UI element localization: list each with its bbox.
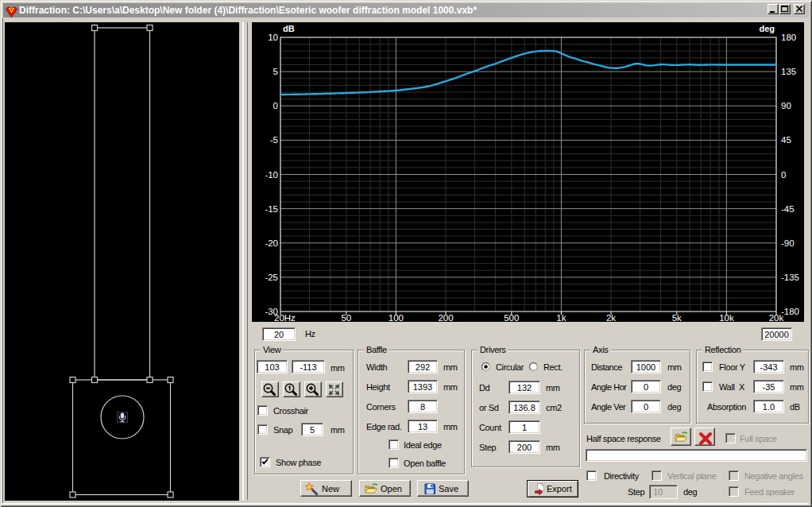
svg-text:45: 45: [781, 135, 791, 145]
svg-text:20Hz: 20Hz: [274, 313, 296, 322]
svg-text:20k: 20k: [769, 313, 784, 322]
svg-text:200: 200: [438, 313, 453, 322]
svg-text:90: 90: [781, 101, 791, 110]
svg-text:-10: -10: [265, 170, 278, 180]
svg-text:deg: deg: [759, 24, 775, 33]
svg-text:-5: -5: [270, 135, 278, 145]
svg-text:-25: -25: [265, 273, 278, 282]
svg-text:-90: -90: [781, 238, 795, 248]
svg-text:0: 0: [273, 101, 278, 110]
svg-text:-20: -20: [265, 238, 278, 248]
svg-text:500: 500: [504, 313, 519, 322]
svg-text:-15: -15: [265, 204, 278, 214]
svg-text:2k: 2k: [606, 313, 616, 322]
svg-text:10k: 10k: [719, 313, 734, 322]
svg-text:180: 180: [781, 33, 796, 42]
svg-text:5: 5: [273, 67, 278, 76]
svg-text:5k: 5k: [672, 313, 682, 322]
svg-text:135: 135: [781, 67, 796, 76]
svg-text:50: 50: [341, 313, 351, 322]
svg-text:0: 0: [781, 170, 786, 180]
svg-text:dB: dB: [283, 24, 295, 33]
svg-text:10: 10: [268, 33, 278, 42]
svg-text:-45: -45: [781, 204, 795, 214]
svg-text:1k: 1k: [556, 313, 566, 322]
svg-text:-180: -180: [781, 307, 799, 316]
svg-text:-135: -135: [781, 273, 799, 282]
svg-text:100: 100: [389, 313, 404, 322]
